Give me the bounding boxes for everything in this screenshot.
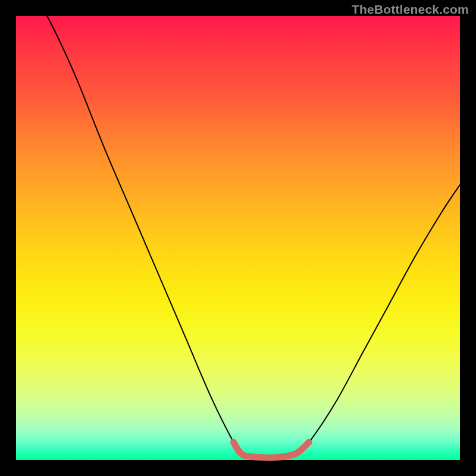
watermark-text: TheBottleneck.com	[352, 2, 469, 17]
chart-frame: TheBottleneck.com	[0, 0, 476, 476]
chart-svg	[16, 16, 460, 460]
plot-area	[16, 16, 460, 460]
optimal-range	[234, 442, 309, 458]
bottleneck-curve	[47, 16, 460, 458]
